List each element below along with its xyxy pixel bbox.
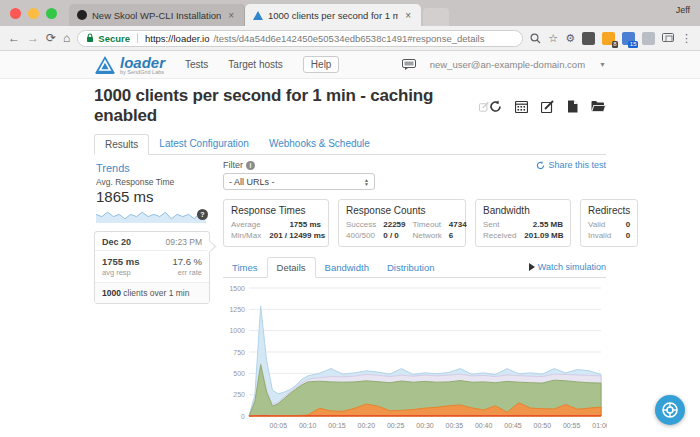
stat-value: 6 [449,231,467,240]
edit-test-icon[interactable] [541,100,554,113]
run-date: Dec 20 [102,237,131,247]
browser-tab-bar: New Skool WP-CLI Installation × 1000 cli… [0,0,700,26]
url-host: https://loader.io [145,33,209,44]
cast-icon[interactable] [662,33,674,43]
run-card-header: Dec 20 09:23 PM [95,232,209,251]
zoom-icon[interactable] [530,33,541,44]
svg-text:00:15: 00:15 [328,422,346,429]
feedback-bubble-icon[interactable] [402,59,416,70]
archive-folder-icon[interactable] [591,100,606,112]
title-row: 1000 clients per second for 1 min - cach… [94,86,606,126]
stat-label: Sent [483,220,499,229]
tab-latest-configuration[interactable]: Latest Configuration [149,134,259,154]
loaderio-logo[interactable]: loader by SendGrid Labs [94,55,165,75]
chrome-menu-icon[interactable]: ⋮ [681,32,692,45]
play-icon [529,263,535,271]
filter-row: Filter i Share this test [223,160,606,170]
close-window-button[interactable] [10,8,21,19]
gear-icon[interactable]: ⚙ [565,32,575,45]
svg-text:500: 500 [233,370,245,377]
nav-help-button[interactable]: Help [303,56,340,73]
response-details-chart: 025050075010001250150000:0500:1000:1500:… [223,283,607,437]
avg-response-time-value: 1865 ms [96,188,210,205]
omnibox-separator [137,33,138,43]
extension-icon-gray[interactable] [642,32,655,45]
tab-close-icon[interactable]: × [403,10,413,21]
svg-text:00:20: 00:20 [358,422,376,429]
page-container: 1000 clients per second for 1 min - cach… [94,86,606,437]
run-err-rate-label: err rate [172,268,202,277]
share-test-link[interactable]: Share this test [536,160,606,170]
chevron-down-icon: ▼ [599,61,606,68]
minimize-window-button[interactable] [28,8,39,19]
chrome-profile-name[interactable]: Jeff [676,5,690,15]
page-title: 1000 clients per second for 1 min - cach… [94,86,473,126]
tab-results[interactable]: Results [94,134,149,155]
svg-text:00:10: 00:10 [299,422,317,429]
rerun-test-icon[interactable] [489,100,502,113]
browser-tab-loaderio[interactable]: 1000 clients per second for 1 m × [245,4,421,26]
help-badge-icon[interactable]: ? [197,209,208,220]
window-controls [0,0,69,26]
fullscreen-window-button[interactable] [46,8,57,19]
stat-value: 4734 [449,220,467,229]
card-title: Response Times [231,205,321,216]
chart-tab-bandwidth[interactable]: Bandwidth [316,258,378,277]
logo-subtitle: by SendGrid Labs [120,69,165,75]
chart-tab-distribution[interactable]: Distribution [378,258,444,277]
svg-text:00:40: 00:40 [475,422,493,429]
chart-tab-times[interactable]: Times [223,258,267,277]
run-clients-summary: 1000 clients over 1 min [95,283,209,303]
run-avg-resp-value: 1755 ms [102,256,140,267]
run-time: 09:23 PM [166,237,202,247]
trends-sidebar: Trends Avg. Response Time 1865 ms ? Dec … [94,160,210,437]
svg-text:0: 0 [241,413,245,420]
browser-tab-wpcli[interactable]: New Skool WP-CLI Installation × [69,4,245,26]
bandwidth-card: Bandwidth Sent2.55 MB Received201.09 MB [475,199,571,247]
browser-toolbar: ← → ⟳ ⌂ Secure https://loader.io/tests/d… [0,26,700,51]
stat-value: 22259 [383,220,405,229]
trends-link[interactable]: Trends [96,162,210,174]
reload-button[interactable]: ⟳ [46,32,56,44]
svg-text:00:55: 00:55 [563,422,581,429]
avg-response-time-label: Avg. Response Time [96,177,210,187]
back-button[interactable]: ← [8,32,20,44]
tab-title: New Skool WP-CLI Installation [92,10,221,21]
bookmark-star-icon[interactable]: ☆ [548,32,558,45]
svg-text:00:45: 00:45 [504,422,522,429]
info-icon[interactable]: i [246,161,255,170]
lock-icon [86,33,94,43]
address-bar[interactable]: Secure https://loader.io/tests/d4a54d6e1… [77,30,523,47]
toolbar-extensions: ☆ ⚙ 8 15 ⋮ [530,32,692,45]
logo-text: loader [120,55,165,70]
results-main: Filter i Share this test - All URLs - ▲▼ [223,160,606,437]
select-arrows-icon: ▲▼ [364,178,369,186]
duplicate-test-icon[interactable] [567,100,578,113]
support-button[interactable] [655,395,685,425]
stat-label: Valid [588,220,605,229]
account-menu[interactable]: new_user@an-example-domain.com [430,59,585,70]
home-button[interactable]: ⌂ [63,32,70,44]
url-filter-select[interactable]: - All URLs - ▲▼ [223,173,375,190]
share-icon [536,161,545,170]
filter-label: Filter [223,160,243,170]
tab-close-icon[interactable]: × [226,10,236,21]
new-tab-button[interactable] [423,8,449,26]
test-run-card[interactable]: Dec 20 09:23 PM 1755 ms avg resp 17.6 % … [94,231,210,304]
chart-tab-details[interactable]: Details [267,257,316,278]
stat-value: 1755 ms [289,220,321,229]
run-card-metrics: 1755 ms avg resp 17.6 % err rate [95,251,209,283]
forward-button[interactable]: → [27,32,39,44]
watch-simulation-link[interactable]: Watch simulation [529,262,606,272]
edit-title-icon[interactable] [479,101,489,112]
tab-webhooks-schedule[interactable]: Webhooks & Schedule [259,134,380,154]
extension-icon-dark[interactable] [582,32,595,45]
results-tab-bar: Results Latest Configuration Webhooks & … [94,134,606,155]
extension-icon-orange[interactable]: 8 [602,32,615,45]
schedule-calendar-icon[interactable] [515,100,528,113]
extension-icon-blue[interactable]: 15 [622,32,635,45]
sparkline-chart [96,207,206,223]
card-title: Response Counts [346,205,458,216]
nav-tests[interactable]: Tests [185,59,208,70]
nav-target-hosts[interactable]: Target hosts [228,59,282,70]
